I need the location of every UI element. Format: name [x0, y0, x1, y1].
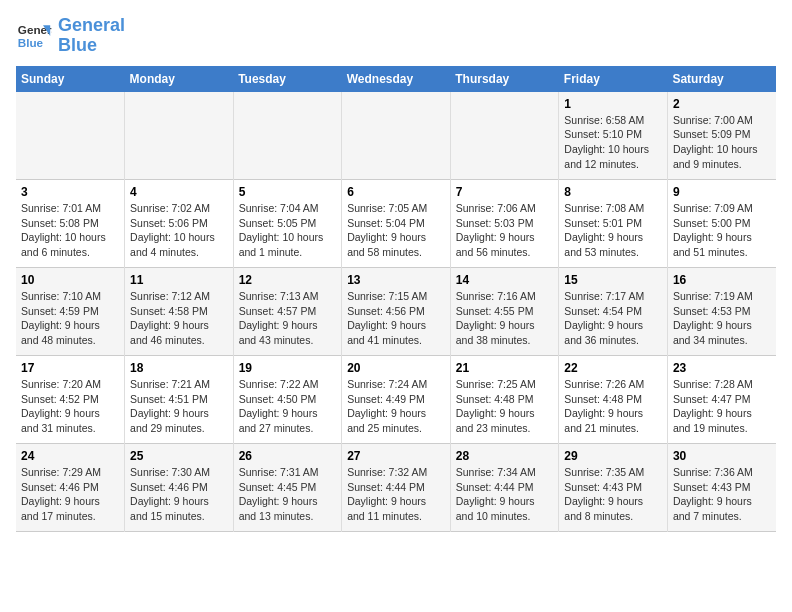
day-number: 7: [456, 185, 554, 199]
cell-text: Sunrise: 7:32 AM Sunset: 4:44 PM Dayligh…: [347, 465, 445, 524]
calendar-cell: [342, 92, 451, 180]
calendar-cell: 27Sunrise: 7:32 AM Sunset: 4:44 PM Dayli…: [342, 444, 451, 532]
day-number: 23: [673, 361, 771, 375]
weekday-header: Sunday: [16, 66, 125, 92]
day-number: 8: [564, 185, 662, 199]
logo-icon: General Blue: [16, 18, 52, 54]
day-number: 18: [130, 361, 228, 375]
calendar-cell: 23Sunrise: 7:28 AM Sunset: 4:47 PM Dayli…: [667, 356, 776, 444]
calendar-week-row: 24Sunrise: 7:29 AM Sunset: 4:46 PM Dayli…: [16, 444, 776, 532]
calendar-cell: 1Sunrise: 6:58 AM Sunset: 5:10 PM Daylig…: [559, 92, 668, 180]
day-number: 6: [347, 185, 445, 199]
cell-text: Sunrise: 7:28 AM Sunset: 4:47 PM Dayligh…: [673, 377, 771, 436]
day-number: 24: [21, 449, 119, 463]
cell-text: Sunrise: 7:19 AM Sunset: 4:53 PM Dayligh…: [673, 289, 771, 348]
cell-text: Sunrise: 7:20 AM Sunset: 4:52 PM Dayligh…: [21, 377, 119, 436]
calendar-cell: 8Sunrise: 7:08 AM Sunset: 5:01 PM Daylig…: [559, 180, 668, 268]
calendar-cell: 12Sunrise: 7:13 AM Sunset: 4:57 PM Dayli…: [233, 268, 342, 356]
cell-text: Sunrise: 7:31 AM Sunset: 4:45 PM Dayligh…: [239, 465, 337, 524]
calendar-cell: 3Sunrise: 7:01 AM Sunset: 5:08 PM Daylig…: [16, 180, 125, 268]
day-number: 30: [673, 449, 771, 463]
calendar-cell: 14Sunrise: 7:16 AM Sunset: 4:55 PM Dayli…: [450, 268, 559, 356]
cell-text: Sunrise: 7:24 AM Sunset: 4:49 PM Dayligh…: [347, 377, 445, 436]
cell-text: Sunrise: 7:05 AM Sunset: 5:04 PM Dayligh…: [347, 201, 445, 260]
calendar-week-row: 17Sunrise: 7:20 AM Sunset: 4:52 PM Dayli…: [16, 356, 776, 444]
calendar-cell: 21Sunrise: 7:25 AM Sunset: 4:48 PM Dayli…: [450, 356, 559, 444]
cell-text: Sunrise: 7:16 AM Sunset: 4:55 PM Dayligh…: [456, 289, 554, 348]
calendar-cell: 7Sunrise: 7:06 AM Sunset: 5:03 PM Daylig…: [450, 180, 559, 268]
cell-text: Sunrise: 7:13 AM Sunset: 4:57 PM Dayligh…: [239, 289, 337, 348]
calendar-cell: 4Sunrise: 7:02 AM Sunset: 5:06 PM Daylig…: [125, 180, 234, 268]
calendar-cell: 15Sunrise: 7:17 AM Sunset: 4:54 PM Dayli…: [559, 268, 668, 356]
cell-text: Sunrise: 7:04 AM Sunset: 5:05 PM Dayligh…: [239, 201, 337, 260]
calendar-cell: 6Sunrise: 7:05 AM Sunset: 5:04 PM Daylig…: [342, 180, 451, 268]
cell-text: Sunrise: 7:15 AM Sunset: 4:56 PM Dayligh…: [347, 289, 445, 348]
cell-text: Sunrise: 6:58 AM Sunset: 5:10 PM Dayligh…: [564, 113, 662, 172]
day-number: 16: [673, 273, 771, 287]
cell-text: Sunrise: 7:22 AM Sunset: 4:50 PM Dayligh…: [239, 377, 337, 436]
day-number: 10: [21, 273, 119, 287]
cell-text: Sunrise: 7:25 AM Sunset: 4:48 PM Dayligh…: [456, 377, 554, 436]
cell-text: Sunrise: 7:17 AM Sunset: 4:54 PM Dayligh…: [564, 289, 662, 348]
weekday-header: Thursday: [450, 66, 559, 92]
cell-text: Sunrise: 7:12 AM Sunset: 4:58 PM Dayligh…: [130, 289, 228, 348]
calendar-cell: 22Sunrise: 7:26 AM Sunset: 4:48 PM Dayli…: [559, 356, 668, 444]
svg-text:Blue: Blue: [18, 36, 44, 49]
day-number: 21: [456, 361, 554, 375]
day-number: 17: [21, 361, 119, 375]
day-number: 13: [347, 273, 445, 287]
weekday-header: Monday: [125, 66, 234, 92]
logo-text: GeneralBlue: [58, 16, 125, 56]
cell-text: Sunrise: 7:10 AM Sunset: 4:59 PM Dayligh…: [21, 289, 119, 348]
calendar-header-row: SundayMondayTuesdayWednesdayThursdayFrid…: [16, 66, 776, 92]
calendar-cell: 16Sunrise: 7:19 AM Sunset: 4:53 PM Dayli…: [667, 268, 776, 356]
cell-text: Sunrise: 7:29 AM Sunset: 4:46 PM Dayligh…: [21, 465, 119, 524]
cell-text: Sunrise: 7:36 AM Sunset: 4:43 PM Dayligh…: [673, 465, 771, 524]
cell-text: Sunrise: 7:01 AM Sunset: 5:08 PM Dayligh…: [21, 201, 119, 260]
calendar-cell: 30Sunrise: 7:36 AM Sunset: 4:43 PM Dayli…: [667, 444, 776, 532]
calendar-cell: 19Sunrise: 7:22 AM Sunset: 4:50 PM Dayli…: [233, 356, 342, 444]
day-number: 27: [347, 449, 445, 463]
cell-text: Sunrise: 7:09 AM Sunset: 5:00 PM Dayligh…: [673, 201, 771, 260]
cell-text: Sunrise: 7:34 AM Sunset: 4:44 PM Dayligh…: [456, 465, 554, 524]
calendar-cell: 20Sunrise: 7:24 AM Sunset: 4:49 PM Dayli…: [342, 356, 451, 444]
cell-text: Sunrise: 7:21 AM Sunset: 4:51 PM Dayligh…: [130, 377, 228, 436]
weekday-header: Wednesday: [342, 66, 451, 92]
day-number: 28: [456, 449, 554, 463]
day-number: 3: [21, 185, 119, 199]
calendar-cell: [125, 92, 234, 180]
day-number: 20: [347, 361, 445, 375]
cell-text: Sunrise: 7:00 AM Sunset: 5:09 PM Dayligh…: [673, 113, 771, 172]
calendar-cell: 13Sunrise: 7:15 AM Sunset: 4:56 PM Dayli…: [342, 268, 451, 356]
weekday-header: Saturday: [667, 66, 776, 92]
calendar-cell: [450, 92, 559, 180]
day-number: 25: [130, 449, 228, 463]
day-number: 11: [130, 273, 228, 287]
day-number: 4: [130, 185, 228, 199]
calendar-cell: 10Sunrise: 7:10 AM Sunset: 4:59 PM Dayli…: [16, 268, 125, 356]
calendar-cell: 28Sunrise: 7:34 AM Sunset: 4:44 PM Dayli…: [450, 444, 559, 532]
day-number: 12: [239, 273, 337, 287]
calendar-cell: 17Sunrise: 7:20 AM Sunset: 4:52 PM Dayli…: [16, 356, 125, 444]
day-number: 1: [564, 97, 662, 111]
day-number: 19: [239, 361, 337, 375]
cell-text: Sunrise: 7:06 AM Sunset: 5:03 PM Dayligh…: [456, 201, 554, 260]
calendar-week-row: 1Sunrise: 6:58 AM Sunset: 5:10 PM Daylig…: [16, 92, 776, 180]
calendar-cell: 29Sunrise: 7:35 AM Sunset: 4:43 PM Dayli…: [559, 444, 668, 532]
day-number: 9: [673, 185, 771, 199]
calendar-cell: 11Sunrise: 7:12 AM Sunset: 4:58 PM Dayli…: [125, 268, 234, 356]
calendar-cell: 18Sunrise: 7:21 AM Sunset: 4:51 PM Dayli…: [125, 356, 234, 444]
day-number: 15: [564, 273, 662, 287]
calendar-table: SundayMondayTuesdayWednesdayThursdayFrid…: [16, 66, 776, 533]
logo: General Blue GeneralBlue: [16, 16, 125, 56]
page-header: General Blue GeneralBlue: [16, 16, 776, 56]
calendar-week-row: 10Sunrise: 7:10 AM Sunset: 4:59 PM Dayli…: [16, 268, 776, 356]
day-number: 26: [239, 449, 337, 463]
day-number: 14: [456, 273, 554, 287]
day-number: 2: [673, 97, 771, 111]
calendar-cell: 5Sunrise: 7:04 AM Sunset: 5:05 PM Daylig…: [233, 180, 342, 268]
day-number: 29: [564, 449, 662, 463]
cell-text: Sunrise: 7:35 AM Sunset: 4:43 PM Dayligh…: [564, 465, 662, 524]
weekday-header: Friday: [559, 66, 668, 92]
calendar-cell: 2Sunrise: 7:00 AM Sunset: 5:09 PM Daylig…: [667, 92, 776, 180]
